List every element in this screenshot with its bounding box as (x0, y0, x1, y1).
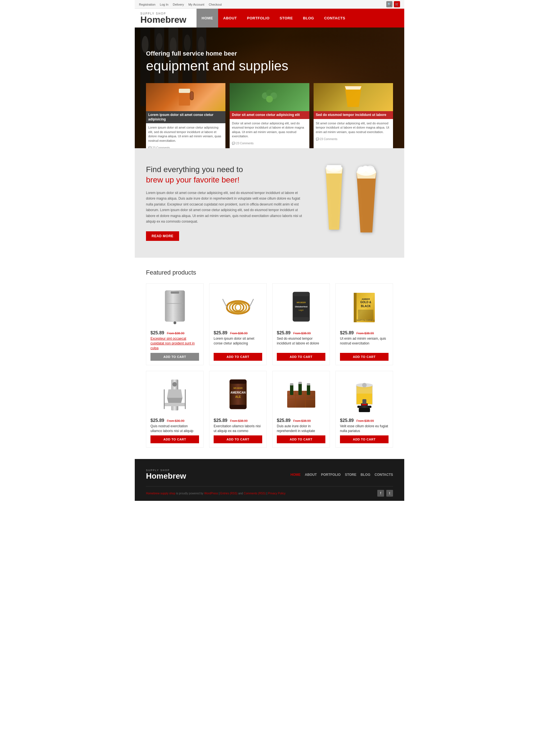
add-to-cart-button-0[interactable]: ADD TO CART (150, 353, 199, 361)
product-name-3[interactable]: Ut enim ad minim veniam, quis nostrud ex… (340, 336, 389, 346)
product-name-7[interactable]: Velit esse cillum dolore eu fugiat nulla… (340, 424, 389, 433)
hero-title: equipment and supplies (146, 59, 393, 74)
footer-nav-store[interactable]: STORE (345, 473, 356, 477)
footer-supply-link[interactable]: Homebrew supply shop (146, 492, 176, 495)
svg-point-16 (266, 96, 273, 103)
product-img-0 (150, 288, 199, 327)
footer-nav-contacts[interactable]: CONTACTS (374, 473, 393, 477)
svg-point-33 (362, 166, 369, 171)
footer-social: f t (377, 490, 393, 496)
product-name-1[interactable]: Lorem ipsum dolor sit amet conse ctetur … (214, 336, 262, 346)
footer-nav-home[interactable]: HOME (290, 473, 301, 477)
topbar-checkout[interactable]: Checkout (208, 3, 221, 6)
footer-nav-blog[interactable]: BLOG (361, 473, 370, 477)
crusher-svg (163, 378, 187, 412)
svg-rect-62 (230, 380, 247, 409)
topbar-delivery[interactable]: Delivery (173, 3, 184, 6)
product-img-3: AMBER GOLD & BLACK MARTYN CORNELL (340, 288, 389, 327)
blog-card-2-body: Sit amet conse ctetur adipisicing elit, … (314, 119, 393, 136)
topbar-login[interactable]: Log In (160, 3, 169, 6)
logo-area: SUPPLY SHOP Homebrew (135, 9, 196, 28)
hero-subtitle: Offering full service home beer (146, 50, 393, 57)
svg-rect-11 (179, 89, 190, 93)
nav-about[interactable]: ABOUT (218, 9, 242, 28)
blog-card-0-meta: 💬 23 Comments (146, 145, 225, 148)
add-to-cart-button-6[interactable]: ADD TO CART (277, 435, 325, 443)
add-to-cart-button-4[interactable]: ADD TO CART (150, 435, 199, 443)
main-nav: HOME ABOUT PORTFOLIO STORE BLOG CONTACTS (196, 9, 404, 28)
blog-card-0-body: Lorem ipsum dolor sit amet conse ctetur … (146, 123, 225, 145)
svg-line-39 (223, 299, 227, 307)
product-name-2[interactable]: Sed do eiusmod tempor incididunt ut labo… (277, 336, 325, 346)
product-name-4[interactable]: Quis nostrud exercitation ullamco labori… (150, 424, 199, 433)
topbar-registration[interactable]: Registration (139, 3, 156, 6)
cart-icon[interactable]: 🛒 (394, 1, 400, 7)
footer-nav-portfolio[interactable]: PORTFOLIO (321, 473, 341, 477)
topbar-myaccount[interactable]: My Account (189, 3, 204, 6)
svg-marker-56 (167, 389, 183, 398)
blog-card-1: Dolor sit amet conse ctetur adipisicing … (230, 83, 309, 148)
product-name-0[interactable]: Excepteur sint occaecat cupidatat non pr… (150, 336, 199, 350)
svg-rect-67 (230, 405, 247, 409)
featured-title: Featured products (146, 269, 393, 276)
product-card-1: $25.89 From $38.99 Lorem ipsum dolor sit… (209, 283, 267, 365)
product-card-7: $25.89 From $38.99 Velit esse cillum dol… (336, 371, 393, 448)
footer-logo: SUPPLY SHOP Homebrew (146, 469, 186, 481)
product-name-6[interactable]: Duis aute irure dolor in reprehenderit i… (277, 424, 325, 433)
beer-glass-icon (342, 85, 364, 110)
svg-rect-47 (293, 317, 310, 322)
nav-portfolio[interactable]: PORTFOLIO (242, 9, 274, 28)
blog-card-0-caption: Lorem ipsum dolor sit amet conse ctetur … (146, 111, 225, 123)
product-card-5: MR.BEER AMERICAN ALE $25.89 From $38.99 … (209, 371, 267, 448)
nav-blog[interactable]: BLOG (298, 9, 319, 28)
footer-bottom: Homebrew supply shop is proudly powered … (146, 486, 393, 496)
footer-nav-about[interactable]: ABOUT (305, 473, 317, 477)
product-card-0: $25.89 From $38.99 Excepteur sint occaec… (146, 283, 203, 365)
svg-rect-59 (164, 403, 185, 406)
blog-card-1-title: Dolor sit amet conse ctetur adipisicing … (232, 113, 307, 117)
svg-rect-49 (354, 293, 356, 322)
svg-rect-85 (359, 408, 370, 412)
twitter-icon[interactable]: t (386, 490, 393, 496)
nav-store[interactable]: STORE (274, 9, 298, 28)
product-card-2: MR.BEER Oktoberfest Lager $25.89 From $3… (272, 283, 330, 365)
beer-glasses-illustration (314, 165, 393, 238)
add-to-cart-button-2[interactable]: ADD TO CART (277, 353, 325, 361)
search-icon[interactable]: 🔍 (386, 1, 392, 7)
find-section: Find everything you need to brew up your… (135, 148, 404, 258)
add-to-cart-button-3[interactable]: ADD TO CART (340, 353, 389, 361)
footer-wordpress-link[interactable]: WordPress (204, 492, 218, 495)
product-name-5[interactable]: Exercitation ullamco laboris nisi ut ali… (214, 424, 262, 433)
svg-marker-57 (167, 398, 183, 404)
product-price-0: $25.89 From $38.99 (150, 331, 199, 336)
add-to-cart-button-7[interactable]: ADD TO CART (340, 435, 389, 443)
footer-comments-link[interactable]: Comments (RSS) (244, 492, 266, 495)
add-to-cart-button-1[interactable]: ADD TO CART (214, 353, 262, 361)
svg-rect-76 (290, 383, 293, 385)
nav-contacts[interactable]: CONTACTS (319, 9, 350, 28)
beer-mug-icon (178, 86, 194, 109)
read-more-button[interactable]: READ MORE (146, 231, 179, 241)
topbar-action-icons: 🔍 🛒 (386, 1, 400, 7)
blog-card-2-title: Sed do eiusmod tempor incididunt ut labo… (316, 113, 391, 117)
footer-privacy-link[interactable]: Privacy Policy (268, 492, 285, 495)
find-content: Find everything you need to brew up your… (146, 165, 303, 241)
nav-home[interactable]: HOME (196, 9, 218, 28)
product-img-1 (214, 288, 262, 327)
svg-rect-87 (361, 404, 367, 405)
footer: SUPPLY SHOP Homebrew HOME ABOUT PORTFOLI… (135, 459, 404, 501)
product-img-5: MR.BEER AMERICAN ALE (214, 375, 262, 415)
footer-copy: Homebrew supply shop is proudly powered … (146, 492, 285, 495)
beer-glasses-svg (314, 165, 393, 238)
product-card-3: AMBER GOLD & BLACK MARTYN CORNELL $25.89… (336, 283, 393, 365)
add-to-cart-button-5[interactable]: ADD TO CART (214, 435, 262, 443)
svg-line-40 (249, 299, 254, 307)
footer-entries-link[interactable]: Entries (RSS) (220, 492, 238, 495)
coil-svg (221, 293, 255, 322)
svg-point-58 (172, 382, 177, 387)
blog-card-2-caption: Sed do eiusmod tempor incididunt ut labo… (314, 111, 393, 119)
header: SUPPLY SHOP Homebrew HOME ABOUT PORTFOLI… (135, 9, 404, 28)
footer-top: SUPPLY SHOP Homebrew HOME ABOUT PORTFOLI… (146, 469, 393, 481)
product-img-6 (277, 375, 325, 415)
facebook-icon[interactable]: f (377, 490, 384, 496)
